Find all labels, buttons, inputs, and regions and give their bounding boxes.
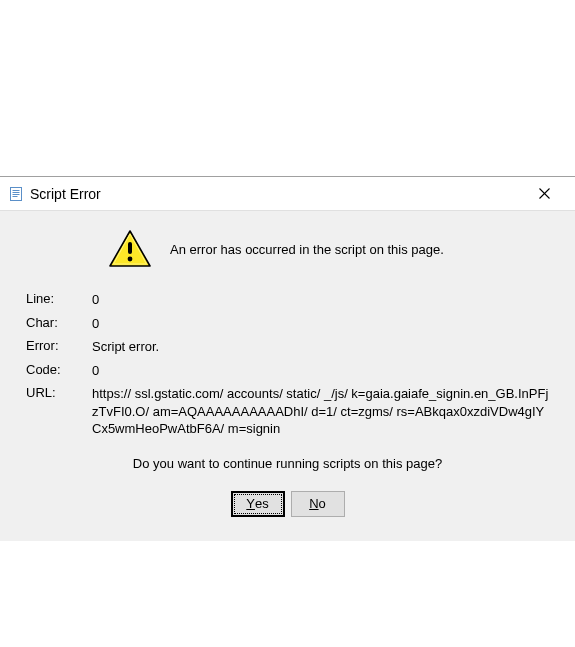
error-value: Script error.: [92, 338, 549, 356]
detail-url: URL: https:// ssl.gstatic.com/ accounts/…: [26, 385, 549, 438]
yes-mnemonic: Y: [246, 496, 255, 511]
detail-error: Error: Script error.: [26, 338, 549, 356]
line-label: Line:: [26, 291, 92, 306]
url-label: URL:: [26, 385, 92, 400]
detail-block: Line: 0 Char: 0 Error: Script error. Cod…: [26, 291, 549, 438]
button-row: Yes No: [26, 491, 549, 517]
detail-code: Code: 0: [26, 362, 549, 380]
char-value: 0: [92, 315, 549, 333]
svg-rect-9: [128, 242, 132, 254]
continue-prompt: Do you want to continue running scripts …: [26, 456, 549, 471]
error-message: An error has occurred in the script on t…: [170, 242, 444, 257]
error-label: Error:: [26, 338, 92, 353]
dialog-body: An error has occurred in the script on t…: [0, 211, 575, 541]
dialog-title: Script Error: [30, 186, 522, 202]
no-button[interactable]: No: [291, 491, 345, 517]
url-value: https:// ssl.gstatic.com/ accounts/ stat…: [92, 385, 549, 438]
yes-rest: es: [255, 496, 269, 511]
titlebar: Script Error: [0, 177, 575, 211]
char-label: Char:: [26, 315, 92, 330]
code-label: Code:: [26, 362, 92, 377]
svg-point-10: [128, 257, 133, 262]
code-value: 0: [92, 362, 549, 380]
line-value: 0: [92, 291, 549, 309]
close-button[interactable]: [522, 179, 567, 209]
document-icon: [8, 186, 24, 202]
close-icon: [539, 188, 550, 199]
no-mnemonic: N: [309, 496, 318, 511]
warning-icon: [108, 229, 152, 269]
no-rest: o: [319, 496, 326, 511]
message-row: An error has occurred in the script on t…: [26, 229, 549, 269]
script-error-dialog: Script Error An error has occurred in th…: [0, 176, 575, 541]
detail-line: Line: 0: [26, 291, 549, 309]
detail-char: Char: 0: [26, 315, 549, 333]
yes-button[interactable]: Yes: [231, 491, 285, 517]
